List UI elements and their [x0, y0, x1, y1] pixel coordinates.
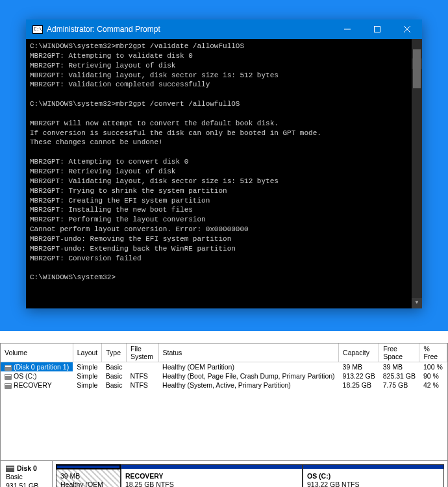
- column-header[interactable]: Volume: [1, 343, 73, 362]
- volume-icon: [5, 374, 12, 380]
- cmd-output[interactable]: C:\WINDOWS\system32>mbr2gpt /validate /a…: [26, 39, 422, 308]
- table-cell: 39 MB: [379, 362, 419, 371]
- volume-icon: [5, 365, 12, 371]
- disk-0-label: Disk 0 Basic 931.51 GB Online: [1, 461, 53, 487]
- column-header[interactable]: Free Space: [379, 343, 419, 362]
- table-cell: Basic: [102, 371, 127, 381]
- table-cell: Healthy (System, Active, Primary Partiti…: [158, 381, 339, 390]
- table-cell: Basic: [102, 381, 127, 390]
- column-header[interactable]: File System: [126, 343, 158, 362]
- table-row[interactable]: (Disk 0 partition 1)SimpleBasicHealthy (…: [1, 362, 447, 371]
- table-cell: (Disk 0 partition 1): [1, 362, 73, 371]
- partition-name: OS (C:): [307, 472, 440, 481]
- table-cell: Simple: [73, 381, 102, 390]
- cmd-title: Administrator: Command Prompt: [47, 25, 332, 34]
- cmd-window: Administrator: Command Prompt C:\WINDOWS…: [26, 19, 422, 308]
- partition-oem[interactable]: 39 MB Healthy (OEM Partition): [56, 464, 121, 487]
- table-cell: 7.75 GB: [379, 381, 419, 390]
- scroll-thumb[interactable]: [413, 49, 421, 88]
- disk-size: 931.51 GB: [6, 482, 47, 487]
- table-cell: Basic: [102, 362, 127, 371]
- disk-type: Basic: [6, 473, 47, 482]
- cmd-scrollbar[interactable]: ▲ ▼: [412, 39, 422, 308]
- cmd-titlebar[interactable]: Administrator: Command Prompt: [26, 19, 422, 39]
- column-header[interactable]: Layout: [73, 343, 102, 362]
- column-header[interactable]: Type: [102, 343, 127, 362]
- cmd-backdrop: Administrator: Command Prompt C:\WINDOWS…: [0, 0, 448, 331]
- disk-name: Disk 0: [17, 464, 37, 473]
- partition-size: 39 MB: [60, 472, 116, 481]
- minimize-button[interactable]: [332, 19, 362, 39]
- svg-rect-1: [375, 27, 380, 32]
- table-cell: 825.31 GB: [379, 371, 419, 381]
- scroll-down-icon[interactable]: ▼: [412, 298, 422, 308]
- table-cell: 39 MB: [339, 362, 379, 371]
- partition-name: RECOVERY: [125, 472, 298, 481]
- table-cell: 18.25 GB: [339, 381, 379, 390]
- partition-status: Healthy (OEM Partition): [60, 481, 116, 487]
- table-cell: 100 %: [419, 362, 447, 371]
- partitions: 39 MB Healthy (OEM Partition) RECOVERY 1…: [53, 461, 447, 487]
- table-cell: [126, 362, 158, 371]
- volume-list[interactable]: VolumeLayoutTypeFile SystemStatusCapacit…: [1, 343, 447, 460]
- table-cell: OS (C:): [1, 371, 73, 381]
- volume-table: VolumeLayoutTypeFile SystemStatusCapacit…: [1, 343, 447, 390]
- table-cell: Simple: [73, 362, 102, 371]
- cmd-icon: [32, 25, 43, 34]
- table-cell: Healthy (Boot, Page File, Crash Dump, Pr…: [158, 371, 339, 381]
- partition-recovery[interactable]: RECOVERY 18.25 GB NTFS Healthy (System, …: [121, 464, 303, 487]
- partition-os[interactable]: OS (C:) 913.22 GB NTFS Healthy (Boot, Pa…: [303, 464, 444, 487]
- table-cell: 913.22 GB: [339, 371, 379, 381]
- table-cell: Simple: [73, 371, 102, 381]
- column-header[interactable]: Status: [158, 343, 339, 362]
- table-row[interactable]: OS (C:)SimpleBasicNTFSHealthy (Boot, Pag…: [1, 371, 447, 381]
- table-cell: RECOVERY: [1, 381, 73, 390]
- table-row[interactable]: RECOVERYSimpleBasicNTFSHealthy (System, …: [1, 381, 447, 390]
- disk-graphical-view: Disk 0 Basic 931.51 GB Online 39 MB Heal…: [1, 460, 447, 487]
- table-cell: NTFS: [126, 371, 158, 381]
- volume-icon: [5, 383, 12, 389]
- disk-management-panel: VolumeLayoutTypeFile SystemStatusCapacit…: [0, 343, 448, 487]
- maximize-button[interactable]: [362, 19, 392, 39]
- column-header[interactable]: % Free: [419, 343, 447, 362]
- disk-icon: [6, 466, 14, 472]
- close-button[interactable]: [392, 19, 422, 39]
- table-cell: 42 %: [419, 381, 447, 390]
- table-cell: Healthy (OEM Partition): [158, 362, 339, 371]
- partition-size: 913.22 GB NTFS: [307, 481, 440, 487]
- table-cell: NTFS: [126, 381, 158, 390]
- table-cell: 90 %: [419, 371, 447, 381]
- partition-size: 18.25 GB NTFS: [125, 481, 298, 487]
- column-header[interactable]: Capacity: [339, 343, 379, 362]
- window-buttons: [332, 19, 422, 39]
- disk-0-row[interactable]: Disk 0 Basic 931.51 GB Online 39 MB Heal…: [1, 461, 447, 487]
